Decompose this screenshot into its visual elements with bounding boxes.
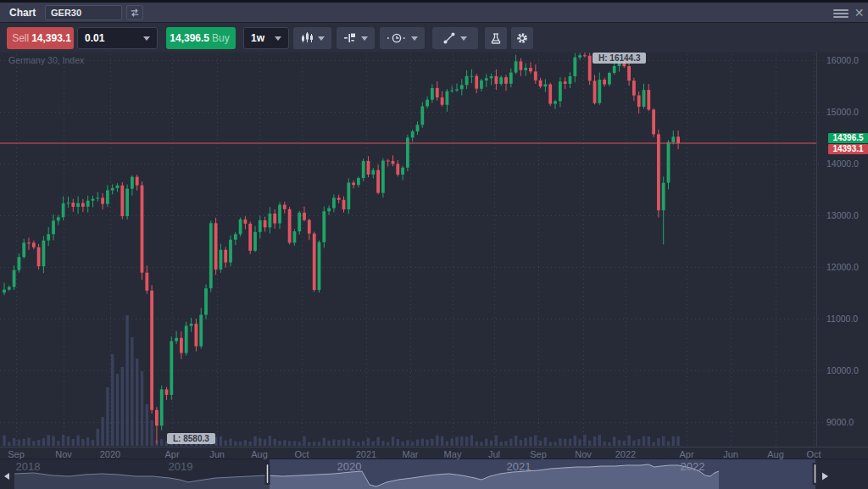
time-axis-label: Aug	[241, 449, 278, 459]
flask-icon	[490, 32, 502, 44]
time-axis-label: May	[434, 449, 471, 459]
instrument-label: Germany 30, Index	[8, 55, 84, 65]
chevron-down-icon	[361, 36, 368, 41]
buy-price-badge: 14396.5	[828, 133, 868, 143]
quantity-dropdown[interactable]: 0.01	[77, 27, 158, 49]
drawing-tools-button[interactable]	[432, 27, 478, 49]
buy-label: Buy	[212, 32, 230, 44]
chevron-down-icon	[411, 36, 418, 41]
high-marker-badge: H: 16144.3	[593, 53, 646, 64]
symbol-input[interactable]	[45, 5, 122, 20]
indicators-button[interactable]	[337, 27, 375, 49]
buy-price: 14,396.5	[170, 32, 209, 44]
time-axis-label: Apr	[668, 449, 705, 459]
compare-symbols-button[interactable]	[126, 5, 143, 20]
time-axis-label: Nov	[565, 449, 602, 459]
time-axis-label: 2021	[348, 449, 385, 459]
price-axis-label: 9000.0	[826, 417, 854, 427]
price-axis-label: 15000.0	[826, 107, 859, 117]
sell-price: 14,393.1	[31, 32, 71, 44]
time-axis-label: Apr	[153, 449, 191, 459]
time-axis-label: Sep	[0, 449, 35, 459]
navigator-scroll-left-button[interactable]	[3, 470, 13, 482]
compare-icon	[130, 8, 140, 18]
trend-line-icon	[443, 32, 455, 44]
toolbar: Sell 14,393.1 0.01 14,396.5 Buy 1w	[0, 23, 868, 53]
price-axis-label: 12000.0	[826, 262, 859, 272]
timeframe-value: 1w	[251, 32, 264, 44]
buy-button[interactable]: 14,396.5 Buy	[166, 27, 236, 49]
indicator-flag-icon	[344, 32, 356, 44]
time-axis-label: 2022	[607, 449, 644, 459]
time-axis-label: Nov	[45, 449, 82, 459]
price-chart[interactable]	[0, 0, 868, 489]
time-axis-label: Aug	[757, 449, 794, 459]
chart-type-button[interactable]	[293, 27, 331, 49]
clock-icon	[387, 32, 406, 44]
navigator[interactable]	[0, 459, 868, 489]
chevron-down-icon	[460, 36, 467, 41]
price-axis-label: 13000.0	[826, 210, 859, 220]
time-axis-label: Jun	[198, 449, 236, 459]
candlestick-icon	[301, 32, 313, 44]
time-axis-label: Oct	[283, 449, 320, 459]
navigator-right-handle[interactable]	[812, 461, 819, 486]
time-axis-label: 2020	[92, 449, 129, 459]
trading-chart-window: Chart ✕ Sell 14,393.1 0.01 14,396.5 Buy	[0, 0, 868, 489]
navigator-left-handle[interactable]	[264, 461, 271, 486]
chevron-down-icon	[143, 36, 150, 41]
panel-title: Chart	[9, 7, 36, 19]
quantity-value: 0.01	[85, 32, 104, 44]
price-axis-label: 10000.0	[826, 365, 859, 375]
price-axis-label: 14000.0	[826, 158, 859, 169]
price-axis-label: 16000.0	[826, 55, 859, 65]
low-marker-badge: L: 8580.3	[167, 433, 215, 444]
time-axis-label: Jun	[712, 449, 749, 459]
settings-button[interactable]	[511, 27, 533, 49]
close-icon[interactable]: ✕	[853, 7, 865, 19]
time-axis-label: Mar	[392, 449, 429, 459]
price-axis-label: 11000.0	[826, 314, 858, 324]
sell-price-badge: 14393.1	[828, 144, 868, 154]
time-axis-label: Jul	[476, 449, 513, 459]
timeframe-dropdown[interactable]: 1w	[243, 27, 289, 49]
navigator-scroll-right-button[interactable]	[821, 470, 831, 482]
sell-button[interactable]: Sell 14,393.1	[7, 27, 74, 49]
time-axis-label: Oct	[795, 449, 832, 459]
chevron-down-icon	[275, 36, 281, 41]
time-settings-button[interactable]	[380, 27, 425, 49]
chevron-down-icon	[318, 36, 325, 41]
experimental-features-button[interactable]	[485, 27, 507, 49]
sell-label: Sell	[12, 32, 29, 44]
menu-icon[interactable]	[833, 8, 849, 19]
gear-icon	[516, 32, 528, 44]
title-bar: Chart ✕	[0, 3, 868, 23]
time-axis-label: Sep	[520, 449, 557, 459]
